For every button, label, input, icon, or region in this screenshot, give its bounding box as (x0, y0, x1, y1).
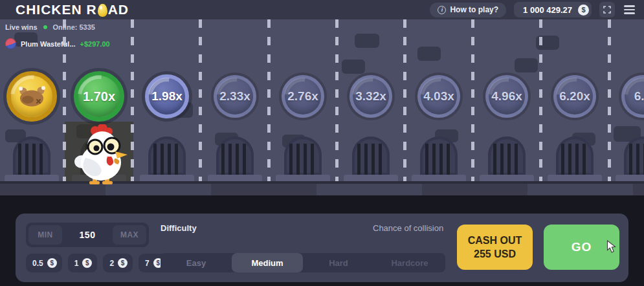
difficulty-tabs: Easy Medium Hard Hardcore (161, 253, 445, 272)
winner-name: Plum Wasteful... (21, 40, 76, 48)
road-patch (417, 47, 441, 61)
how-to-play-button[interactable]: i How to play? (430, 3, 506, 17)
top-bar-actions: i How to play? 1 000 429.27 $ (430, 2, 636, 17)
lane-divider (131, 19, 134, 181)
winner-amount: +$297.00 (80, 40, 110, 48)
multiplier-label: 2.33x (219, 89, 250, 104)
sewer-grate (352, 137, 390, 175)
sewer-grate (284, 137, 322, 175)
lane-divider (335, 19, 339, 181)
lane-divider (471, 19, 474, 181)
chicken-road-app: CHICKEN RAD i How to play? 1 000 429.27 … (0, 0, 644, 286)
info-icon: i (438, 6, 446, 14)
multiplier-label: 4.96x (491, 89, 522, 104)
multiplier-label: 4.03x (423, 89, 454, 104)
sewer-grate (624, 137, 644, 175)
tab-easy[interactable]: Easy (161, 253, 232, 272)
sewer-grate (148, 137, 186, 175)
fullscreen-button[interactable] (599, 2, 615, 17)
egg-icon (98, 4, 107, 17)
roast-chicken-icon (17, 85, 47, 108)
bet-min-button[interactable]: MIN (28, 225, 62, 245)
coin-collected-gold (6, 71, 57, 122)
lane-divider (63, 19, 66, 181)
fullscreen-icon (603, 6, 611, 14)
multiplier-label: 3.32x (355, 89, 386, 104)
tab-hardcore[interactable]: Hardcore (374, 253, 445, 272)
top-bar: CHICKEN RAD i How to play? 1 000 429.27 … (0, 0, 644, 19)
dollar-icon: $ (82, 258, 92, 268)
multiplier-label: 1.70x (83, 89, 115, 104)
chip-1-button[interactable]: 1$ (68, 254, 98, 272)
winner-avatar (5, 38, 16, 49)
mouse-cursor-icon (606, 240, 616, 256)
road-patch (515, 58, 538, 72)
bet-amount-input[interactable]: 150 (62, 230, 113, 240)
winner-row[interactable]: Plum Wasteful... +$297.00 (5, 38, 110, 49)
chance-of-collision-label: Chance of collision (373, 223, 443, 233)
chip-2-button[interactable]: 2$ (103, 254, 133, 272)
coin-multiplier-current: 1.70x (74, 71, 124, 122)
cash-out-button[interactable]: CASH OUT 255 USD (457, 225, 533, 270)
multiplier-label: 1.98x (151, 89, 183, 104)
coin-multiplier: 4.96x (485, 75, 528, 118)
dollar-coin-icon: $ (578, 5, 589, 16)
tab-hard[interactable]: Hard (303, 253, 374, 272)
balance-display[interactable]: 1 000 429.27 $ (514, 2, 592, 17)
live-wins-title: Live wins (5, 23, 38, 31)
sewer-grate (216, 137, 254, 175)
lane-divider (199, 19, 202, 181)
balance-amount: 1 000 429.27 (523, 5, 572, 15)
multiplier-label: 6.9 (634, 89, 644, 104)
coin-multiplier: 6.20x (553, 75, 596, 118)
sewer-grate (556, 137, 594, 175)
how-to-play-label: How to play? (450, 5, 498, 14)
go-button[interactable]: GO (544, 225, 619, 270)
sewer-grate (488, 137, 526, 175)
menu-button[interactable] (623, 3, 636, 17)
tab-medium[interactable]: Medium (232, 253, 303, 272)
coin-multiplier-next: 1.98x (145, 74, 189, 118)
difficulty-label: Difficulty (161, 223, 197, 233)
logo-text-right: AD (108, 2, 129, 17)
bet-max-button[interactable]: MAX (113, 225, 146, 245)
coin-multiplier: 2.33x (214, 75, 256, 118)
lane-divider (267, 19, 271, 181)
dollar-icon: $ (118, 258, 128, 268)
coin-multiplier: 6.9 (621, 75, 644, 118)
bet-chips: 0.5$ 1$ 2$ 7$ (26, 254, 168, 272)
lane-divider (539, 19, 542, 181)
bet-amount-group: MIN 150 MAX (26, 223, 149, 247)
multiplier-label: 2.76x (287, 89, 318, 104)
online-count: Online: 5335 (53, 23, 95, 31)
sewer-grate (420, 137, 458, 175)
lane-divider (608, 19, 611, 181)
coin-multiplier: 2.76x (282, 75, 324, 118)
road-patch (355, 34, 379, 48)
multiplier-label: 6.20x (559, 89, 590, 104)
online-dot-icon (43, 25, 47, 29)
live-wins-panel: Live wins Online: 5335 Plum Wasteful... … (5, 23, 110, 49)
chicken-character (72, 124, 129, 188)
chip-0.5-button[interactable]: 0.5$ (26, 254, 62, 272)
logo-text-left: CHICKEN R (16, 2, 97, 17)
dollar-icon: $ (47, 258, 57, 268)
menu-icon (624, 5, 635, 7)
control-panel: MIN 150 MAX 0.5$ 1$ 2$ 7$ Difficulty Cha… (16, 214, 628, 282)
lane-divider (403, 19, 406, 181)
sewer-grate (13, 137, 50, 175)
coin-multiplier: 3.32x (350, 75, 392, 118)
logo: CHICKEN RAD (16, 2, 129, 17)
coin-multiplier: 4.03x (417, 75, 460, 118)
road-patch (342, 60, 365, 74)
